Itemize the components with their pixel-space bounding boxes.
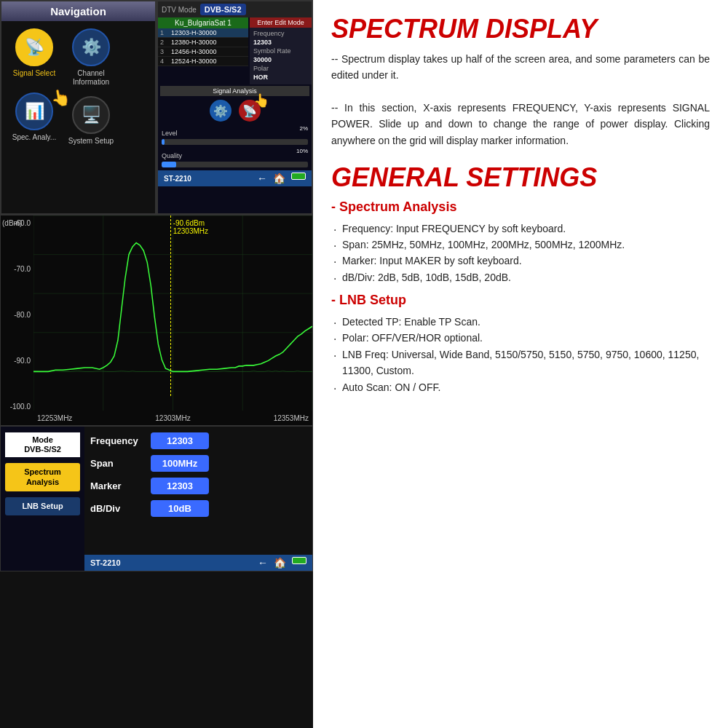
dtv-polar-row: Polar	[253, 65, 308, 72]
dtv-channel-list: 1 12303-H-30000 2 12380-H-30000 3 12456-…	[158, 28, 248, 66]
nav-header: Navigation	[1, 1, 155, 21]
channel-info-icon: ⚙️	[72, 28, 110, 66]
lnb-setup-subtitle: - LNB Setup	[331, 293, 710, 308]
dtv-signal-icon[interactable]: 📡 👆	[239, 100, 261, 122]
dtv-sr-value: 30000	[253, 56, 272, 63]
spectrum-xaxis: 12253MHz 12303MHz 12353MHz	[33, 411, 312, 425]
dtv-gear-icon: ⚙️	[210, 100, 232, 122]
nav-item-system-setup[interactable]: 🖥️ System Setup	[66, 96, 116, 146]
bullet-dbdiv: dB/Div: 2dB, 5dB, 10dB, 15dB, 20dB.	[331, 269, 710, 285]
spectrum-ylabel-5: -100.0	[2, 403, 33, 411]
dtv-polar-label: Polar	[253, 65, 269, 72]
spectrum-display-body: -- Spectrum display takes up half of the…	[331, 51, 710, 149]
settings-marker-value[interactable]: 12303	[151, 478, 209, 494]
dtv-mode-value: DVB-S/S2	[200, 4, 246, 15]
bullet-span: Span: 25MHz, 50MHz, 100MHz, 200MHz, 500M…	[331, 237, 710, 253]
nav-item-spectrum[interactable]: 📊 Spec. Analy... 👆	[9, 92, 60, 142]
settings-fields: Frequency 12303 Span 100MHz Marker 12303…	[84, 427, 312, 553]
dtv-quality-fill	[162, 162, 176, 167]
bullet-auto-scan: Auto Scan: ON / OFF.	[331, 379, 710, 395]
dtv-enter-edit-btn[interactable]: Enter Edit Mode	[250, 17, 312, 28]
dtv-param-panel: Frequency 12303 Symbol Rate 30000 Polar	[250, 28, 312, 84]
spectrum-xlabel-2: 12303MHz	[155, 414, 190, 422]
spectrum-label: Spec. Analy...	[12, 133, 56, 142]
dtv-mode-label: DTV Mode	[162, 6, 197, 14]
bullet-polar: Polar: OFF/VER/HOR optional.	[331, 330, 710, 346]
settings-dbdiv-label: dB/Div	[90, 503, 145, 514]
channel-name: 12380-H-30000	[171, 39, 246, 46]
bullet-lnb-freq: LNB Freq: Universal, Wide Band, 5150/575…	[331, 347, 710, 379]
marker-freq: 12303MHz	[173, 227, 208, 235]
spectrum-xlabel-3: 12353MHz	[274, 414, 309, 422]
dtv-freq-row: Frequency	[253, 30, 308, 37]
settings-mode-line2: DVB-S/S2	[24, 445, 61, 454]
settings-bottom-label: ST-2210	[90, 558, 121, 567]
settings-span-value[interactable]: 100MHz	[151, 455, 209, 472]
dtv-param-col: Enter Edit Mode Frequency 12303 Symbol R…	[250, 17, 312, 84]
spectrum-ylabel-2: -70.0	[2, 265, 33, 273]
lnb-setup-bullets: Detected TP: Enable TP Scan. Polar: OFF/…	[331, 314, 710, 395]
dtv-level-bar	[162, 139, 308, 145]
spectrum-ylabel-3: -80.0	[2, 311, 33, 319]
settings-dbdiv-value[interactable]: 10dB	[151, 500, 209, 517]
dtv-channel-row[interactable]: 4 12524-H-30000	[158, 57, 248, 66]
spectrum-svg	[33, 215, 312, 411]
settings-bottom-bar: ST-2210 ← 🏠	[84, 555, 312, 571]
dtv-bottom-label: ST-2210	[164, 175, 191, 183]
dtv-home-icon[interactable]: 🏠	[273, 173, 285, 184]
settings-marker-row: Marker 12303	[90, 478, 306, 494]
nav-item-channel-info[interactable]: ⚙️ Channel Information	[66, 28, 116, 87]
dtv-freq-label: Frequency	[253, 30, 285, 37]
spectrum-display[interactable]: (dBm) -60.0 -70.0 -80.0 -90.0 -100.0	[0, 215, 313, 426]
spectrum-display-title: SPECTRUM DISPLAY	[331, 15, 710, 44]
marker-dbm: -90.6dBm	[173, 219, 205, 227]
dtv-back-icon[interactable]: ←	[257, 173, 267, 184]
bullet-detected-tp: Detected TP: Enable TP Scan.	[331, 314, 710, 330]
nav-item-signal-select[interactable]: 📡 Signal Select	[9, 28, 60, 78]
dtv-channel-row[interactable]: 2 12380-H-30000	[158, 38, 248, 47]
dtv-freq-value: 12303	[253, 39, 272, 46]
nav-icons-grid: 📡 Signal Select ⚙️ Channel Information 📊…	[1, 21, 155, 153]
dtv-channel-row[interactable]: 3 12456-H-30000	[158, 47, 248, 57]
top-screens-row: Navigation 📡 Signal Select ⚙️ Channel In…	[0, 0, 313, 215]
bullet-marker: Marker: Input MAKER by soft keyboard.	[331, 253, 710, 269]
settings-back-icon[interactable]: ←	[258, 557, 268, 569]
spectrum-yaxis: -60.0 -70.0 -80.0 -90.0 -100.0	[1, 215, 33, 425]
settings-bottom-icons: ← 🏠	[258, 557, 306, 569]
dtv-satellite-bar: Ku_BulgariaSat 1	[158, 17, 248, 28]
spectrum-ylabel-4: -90.0	[2, 357, 33, 365]
dtv-signal-analysis-label: Signal Analysis	[160, 86, 309, 96]
settings-marker-label: Marker	[90, 480, 145, 491]
settings-battery-icon	[292, 557, 306, 564]
settings-freq-value[interactable]: 12303	[151, 432, 209, 449]
spectrum-xlabel-1: 12253MHz	[37, 414, 72, 422]
nav-title: Navigation	[50, 5, 106, 17]
spectrum-icon: 📊	[15, 92, 53, 130]
settings-screen: Mode DVB-S/S2 SpectrumAnalysis LNB Setup…	[0, 426, 313, 571]
settings-span-row: Span 100MHz	[90, 455, 306, 472]
signal-select-label: Signal Select	[13, 69, 55, 78]
channel-info-label: Channel Information	[66, 69, 116, 87]
settings-mode-box: Mode DVB-S/S2	[5, 432, 80, 457]
dtv-channel-row[interactable]: 1 12303-H-30000	[158, 28, 248, 38]
channel-num: 4	[160, 58, 171, 65]
dtv-level-label: Level	[162, 130, 178, 137]
general-settings-title: GENERAL SETTINGS	[331, 163, 710, 192]
spectrum-marker-label: -90.6dBm 12303MHz	[173, 219, 208, 235]
spectrum-grid: -90.6dBm 12303MHz	[33, 215, 312, 411]
system-setup-icon: 🖥️	[72, 96, 110, 134]
dtv-channel-col: Ku_BulgariaSat 1 1 12303-H-30000 2 12380…	[158, 17, 248, 84]
dtv-sr-row: Symbol Rate	[253, 47, 308, 55]
dtv-level-fill	[162, 139, 165, 145]
dtv-two-col: Ku_BulgariaSat 1 1 12303-H-30000 2 12380…	[158, 17, 312, 84]
dtv-bottom-icons: ← 🏠	[257, 173, 306, 184]
dtv-level-row: Level 2%	[158, 124, 312, 146]
settings-lnb-btn[interactable]: LNB Setup	[5, 497, 80, 515]
dtv-quality-row: Quality 10%	[158, 146, 312, 169]
channel-name: 12303-H-30000	[171, 29, 246, 36]
settings-spectrum-btn[interactable]: SpectrumAnalysis	[5, 463, 80, 491]
right-panel: SPECTRUM DISPLAY -- Spectrum display tak…	[313, 0, 728, 728]
settings-freq-row: Frequency 12303	[90, 432, 306, 449]
dtv-quality-bar	[162, 162, 308, 167]
settings-home-icon[interactable]: 🏠	[274, 557, 286, 569]
